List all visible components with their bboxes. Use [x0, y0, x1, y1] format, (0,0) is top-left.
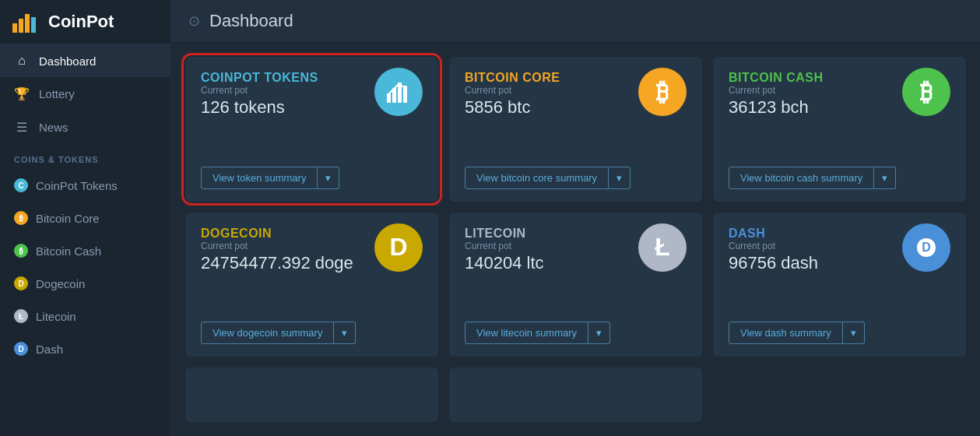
bch-card-name: BITCOIN CASH [729, 71, 824, 85]
news-icon: ☰ [14, 120, 30, 135]
view-bitcoin-cash-summary-button[interactable]: View bitcoin cash summary [729, 167, 874, 189]
card-dogecoin: DOGECOIN Current pot 24754477.392 doge D… [185, 213, 438, 357]
card-bitcoin-core: BITCOIN CORE Current pot 5856 btc ₿ View… [449, 57, 702, 202]
logo-area: CoinPot [0, 0, 170, 44]
view-bitcoin-core-summary-button[interactable]: View bitcoin core summary [465, 167, 609, 189]
ltc-card-label: Current pot [465, 241, 544, 251]
coinpot-card-amount: 126 tokens [201, 97, 318, 118]
ltc-btn-group: View litecoin summary ▾ [465, 322, 687, 344]
bitcoin-cash-dropdown-button[interactable]: ▾ [874, 167, 896, 189]
dash-card-info: DASH Current pot 96756 dash [729, 227, 818, 283]
card-header-ltc: LITECOIN Current pot 140204 ltc Ł [465, 227, 687, 283]
dash-card-name: DASH [729, 227, 818, 241]
main-content: ⊙ Dashboard COINPOT TOKENS Current pot 1… [171, 0, 980, 436]
svg-text:D: D [922, 241, 931, 254]
card-bitcoin-cash: BITCOIN CASH Current pot 36123 bch ₿ Vie… [713, 57, 966, 202]
sidebar-item-dash[interactable]: D Dash [0, 332, 170, 365]
card-dash: DASH Current pot 96756 dash D View dash … [713, 213, 966, 357]
bch-card-amount: 36123 bch [729, 97, 824, 118]
doge-card-label: Current pot [201, 241, 353, 251]
coinpot-btn-group: View token summary ▾ [201, 167, 423, 189]
view-dogecoin-summary-button[interactable]: View dogecoin summary [201, 322, 334, 344]
dash-btn-group: View dash summary ▾ [729, 322, 950, 344]
sidebar-item-bitcoin-core[interactable]: ₿ Bitcoin Core [0, 202, 170, 234]
doge-card-info: DOGECOIN Current pot 24754477.392 doge [201, 227, 353, 283]
btc-card-amount: 5856 btc [465, 97, 560, 118]
litecoin-dot: Ł [14, 309, 28, 323]
bitcoin-cash-dot: ₿ [14, 244, 28, 258]
sidebar-item-bitcoin-cash[interactable]: ₿ Bitcoin Cash [0, 234, 170, 267]
bitcoin-cash-label: Bitcoin Cash [36, 244, 101, 258]
ltc-circle-icon: Ł [638, 223, 687, 272]
home-icon: ⌂ [14, 54, 30, 68]
coinpot-card-info: COINPOT TOKENS Current pot 126 tokens [201, 71, 318, 127]
dashboard-grid: COINPOT TOKENS Current pot 126 tokens Vi… [171, 43, 980, 436]
card-litecoin: LITECOIN Current pot 140204 ltc Ł View l… [449, 213, 702, 357]
ltc-card-amount: 140204 ltc [465, 253, 544, 273]
bitcoin-core-dot: ₿ [14, 211, 28, 225]
dash-dropdown-button[interactable]: ▾ [843, 322, 865, 344]
nav-dashboard[interactable]: ⌂ Dashboard [0, 44, 170, 77]
sidebar-item-litecoin[interactable]: Ł Litecoin [0, 300, 170, 332]
doge-card-amount: 24754477.392 doge [201, 253, 353, 273]
page-title: Dashboard [209, 11, 293, 31]
card-header-dash: DASH Current pot 96756 dash D [729, 227, 950, 283]
svg-rect-7 [403, 86, 407, 103]
nav-lottery-label: Lottery [39, 87, 75, 100]
litecoin-label: Litecoin [36, 310, 76, 323]
btc-card-label: Current pot [465, 85, 560, 96]
doge-circle-icon: D [374, 223, 423, 272]
nav-news[interactable]: ☰ News [0, 111, 170, 144]
btc-card-info: BITCOIN CORE Current pot 5856 btc [465, 71, 560, 127]
bitcoin-core-dropdown-button[interactable]: ▾ [609, 167, 631, 189]
ltc-card-name: LITECOIN [465, 227, 544, 241]
sidebar-item-dogecoin[interactable]: D Dogecoin [0, 267, 170, 300]
coinpot-tokens-label: CoinPot Tokens [36, 179, 118, 192]
bitcoin-core-label: Bitcoin Core [36, 212, 100, 225]
coinpot-dot: C [14, 178, 28, 192]
ltc-card-info: LITECOIN Current pot 140204 ltc [465, 227, 544, 283]
sidebar: CoinPot ⌂ Dashboard 🏆 Lottery ☰ News COI… [0, 0, 171, 436]
bch-circle-icon: ₿ [902, 68, 950, 116]
coinpot-card-name: COINPOT TOKENS [201, 71, 318, 85]
litecoin-dropdown-button[interactable]: ▾ [588, 322, 610, 344]
dash-dot: D [14, 342, 28, 356]
trophy-icon: 🏆 [14, 86, 30, 101]
partial-card-1 [185, 367, 438, 422]
dash-label: Dash [36, 343, 63, 356]
coinpot-logo-icon [12, 11, 40, 33]
bch-card-label: Current pot [729, 85, 824, 96]
nav-lottery[interactable]: 🏆 Lottery [0, 77, 170, 111]
logo-text: CoinPot [48, 12, 114, 32]
btc-circle-icon: ₿ [638, 68, 687, 116]
card-header-coinpot: COINPOT TOKENS Current pot 126 tokens [201, 71, 423, 127]
card-header-btc: BITCOIN CORE Current pot 5856 btc ₿ [465, 71, 687, 127]
dogecoin-dot: D [14, 276, 28, 290]
coins-tokens-label: COINS & TOKENS [0, 144, 170, 169]
dash-card-label: Current pot [729, 241, 818, 251]
btc-card-name: BITCOIN CORE [465, 71, 560, 85]
svg-rect-3 [31, 17, 36, 33]
topbar: ⊙ Dashboard [171, 0, 980, 43]
dashboard-nav-icon: ⊙ [188, 12, 200, 30]
coinpot-card-label: Current pot [201, 85, 318, 96]
coinpot-circle-icon [374, 68, 423, 116]
bch-btn-group: View bitcoin cash summary ▾ [729, 167, 950, 189]
doge-card-name: DOGECOIN [201, 227, 353, 241]
sidebar-item-coinpot-tokens[interactable]: C CoinPot Tokens [0, 169, 170, 202]
view-dash-summary-button[interactable]: View dash summary [729, 322, 843, 344]
partial-card-2 [449, 367, 702, 422]
svg-rect-0 [12, 23, 17, 33]
svg-rect-2 [25, 14, 30, 33]
view-token-summary-button[interactable]: View token summary [201, 167, 318, 189]
token-summary-dropdown-button[interactable]: ▾ [318, 167, 339, 189]
view-litecoin-summary-button[interactable]: View litecoin summary [465, 322, 588, 344]
nav-dashboard-label: Dashboard [39, 54, 96, 68]
bch-card-info: BITCOIN CASH Current pot 36123 bch [729, 71, 824, 127]
nav-news-label: News [39, 121, 68, 134]
dogecoin-dropdown-button[interactable]: ▾ [334, 322, 356, 344]
btc-btn-group: View bitcoin core summary ▾ [465, 167, 687, 189]
doge-btn-group: View dogecoin summary ▾ [201, 322, 423, 344]
card-coinpot-tokens: COINPOT TOKENS Current pot 126 tokens Vi… [185, 57, 438, 202]
dogecoin-label: Dogecoin [36, 277, 85, 290]
